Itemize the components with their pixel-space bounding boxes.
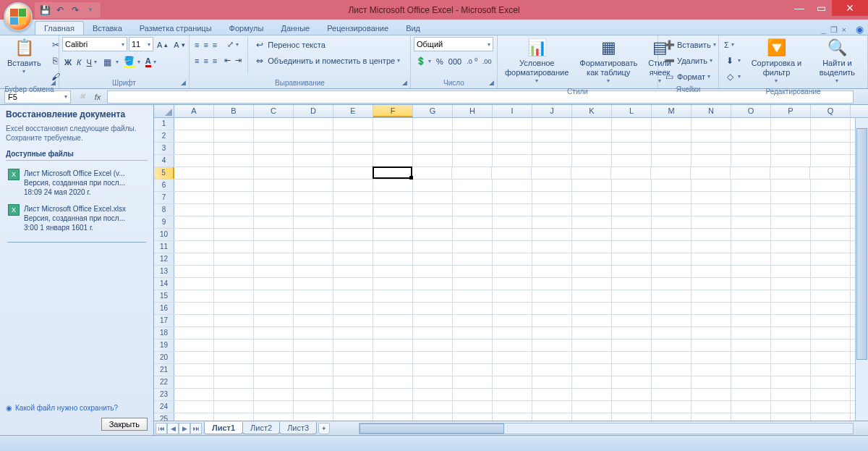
- last-sheet-button[interactable]: ⏭: [190, 423, 202, 434]
- cell[interactable]: [254, 118, 294, 130]
- row-header[interactable]: 19: [154, 340, 174, 351]
- cell[interactable]: [612, 327, 652, 339]
- cell[interactable]: [652, 266, 692, 277]
- cell[interactable]: [294, 389, 333, 400]
- cell[interactable]: [692, 143, 731, 154]
- cell[interactable]: [572, 401, 612, 413]
- cell[interactable]: [731, 303, 771, 314]
- cell[interactable]: [254, 167, 294, 179]
- cell[interactable]: [493, 290, 532, 302]
- cell[interactable]: [254, 315, 294, 326]
- decrease-indent-button[interactable]: ⇤: [222, 53, 233, 68]
- cell[interactable]: [493, 340, 532, 351]
- cell[interactable]: [453, 253, 493, 265]
- cell[interactable]: [373, 266, 413, 277]
- column-header[interactable]: A: [174, 105, 214, 117]
- cell[interactable]: [294, 278, 333, 290]
- cell[interactable]: [333, 229, 373, 240]
- cell[interactable]: [771, 143, 811, 154]
- cell[interactable]: [572, 118, 612, 130]
- cell[interactable]: [254, 376, 294, 388]
- cell[interactable]: [493, 204, 532, 216]
- cell[interactable]: [373, 376, 413, 388]
- cell[interactable]: [254, 327, 294, 339]
- cell[interactable]: [413, 290, 453, 302]
- cell[interactable]: [572, 266, 612, 277]
- cell[interactable]: [771, 376, 811, 388]
- cell[interactable]: [333, 180, 373, 191]
- row-header[interactable]: 1: [154, 118, 174, 130]
- column-header[interactable]: D: [294, 105, 333, 117]
- cell[interactable]: [333, 155, 373, 167]
- cell[interactable]: [731, 241, 771, 253]
- cell[interactable]: [373, 167, 412, 179]
- cell[interactable]: [373, 130, 413, 142]
- row-header[interactable]: 15: [154, 290, 174, 302]
- cell[interactable]: [493, 143, 532, 154]
- cell[interactable]: [811, 290, 851, 302]
- horizontal-scrollbar[interactable]: [359, 423, 854, 434]
- cell[interactable]: [453, 143, 493, 154]
- cell[interactable]: [692, 155, 731, 167]
- shrink-font-button[interactable]: A▾: [171, 37, 187, 52]
- tab-рецензирование[interactable]: Рецензирование: [318, 22, 397, 35]
- cell[interactable]: [373, 229, 413, 240]
- cell[interactable]: [731, 192, 771, 203]
- cell[interactable]: [294, 364, 333, 376]
- cell[interactable]: [532, 340, 572, 351]
- cell[interactable]: [612, 376, 652, 388]
- cell[interactable]: [373, 364, 413, 376]
- cell[interactable]: [652, 278, 692, 290]
- cell[interactable]: [453, 401, 493, 413]
- font-size-combo[interactable]: 11▾: [129, 37, 153, 51]
- cell[interactable]: [811, 303, 851, 314]
- cell[interactable]: [174, 180, 214, 191]
- cell[interactable]: [373, 303, 413, 314]
- cell[interactable]: [413, 130, 453, 142]
- cell[interactable]: [254, 413, 294, 421]
- cell[interactable]: [572, 413, 612, 421]
- cell[interactable]: [333, 376, 373, 388]
- cell[interactable]: [214, 413, 254, 421]
- cell[interactable]: [652, 315, 692, 326]
- cell[interactable]: [611, 167, 651, 179]
- cell[interactable]: [572, 389, 612, 400]
- cell[interactable]: [214, 364, 254, 376]
- cell[interactable]: [612, 229, 652, 240]
- cell[interactable]: [333, 413, 373, 421]
- comma-button[interactable]: 000: [446, 54, 464, 69]
- cell[interactable]: [453, 376, 493, 388]
- cell[interactable]: [254, 401, 294, 413]
- cell[interactable]: [771, 290, 811, 302]
- cell[interactable]: [771, 340, 811, 351]
- cell[interactable]: [413, 352, 453, 363]
- cell[interactable]: [294, 290, 333, 302]
- cell[interactable]: [413, 143, 453, 154]
- cell[interactable]: [731, 204, 771, 216]
- cell[interactable]: [692, 364, 731, 376]
- cell[interactable]: [532, 352, 572, 363]
- redo-icon[interactable]: ↷: [69, 4, 82, 17]
- font-color-button[interactable]: A▾: [143, 54, 158, 69]
- cell[interactable]: [493, 118, 532, 130]
- cell[interactable]: [214, 130, 254, 142]
- cell[interactable]: [692, 290, 731, 302]
- cell[interactable]: [413, 303, 453, 314]
- cell[interactable]: [294, 327, 333, 339]
- cell[interactable]: [811, 413, 851, 421]
- cell[interactable]: [811, 376, 851, 388]
- row-header[interactable]: 23: [154, 389, 174, 400]
- cell[interactable]: [214, 290, 254, 302]
- cell[interactable]: [333, 118, 373, 130]
- cell[interactable]: [214, 376, 254, 388]
- cell[interactable]: [532, 229, 572, 240]
- percent-button[interactable]: %: [434, 54, 446, 69]
- cell[interactable]: [493, 303, 532, 314]
- cell[interactable]: [612, 253, 652, 265]
- cell[interactable]: [413, 229, 453, 240]
- paste-button[interactable]: 📋 Вставить▾: [3, 37, 46, 77]
- cell[interactable]: [771, 315, 811, 326]
- cell[interactable]: [453, 340, 493, 351]
- cell[interactable]: [731, 352, 771, 363]
- cell[interactable]: [572, 130, 612, 142]
